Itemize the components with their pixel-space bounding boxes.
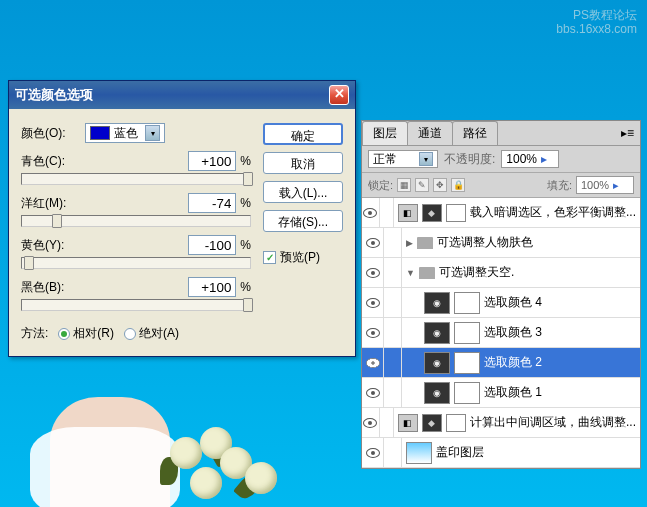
visibility-eye-icon[interactable]	[366, 448, 380, 458]
slider-thumb[interactable]	[52, 214, 62, 228]
tab-channels[interactable]: 通道	[407, 121, 453, 145]
lock-transparency-icon[interactable]: ▦	[397, 178, 411, 192]
link-column[interactable]	[384, 438, 402, 467]
percent-label: %	[240, 154, 251, 168]
link-column[interactable]	[380, 198, 394, 227]
visibility-eye-icon[interactable]	[363, 418, 377, 428]
mask-thumb[interactable]	[454, 292, 480, 314]
layer-row[interactable]: ◉ 选取颜色 1	[362, 378, 640, 408]
cancel-button[interactable]: 取消	[263, 152, 343, 174]
layer-row[interactable]: ◉ 选取颜色 3	[362, 318, 640, 348]
layer-label[interactable]: 盖印图层	[436, 444, 484, 461]
mask-thumb[interactable]: ◆	[422, 414, 442, 432]
slider-thumb[interactable]	[24, 256, 34, 270]
visibility-eye-icon[interactable]	[366, 388, 380, 398]
layer-row[interactable]: ▶ 可选调整人物肤色	[362, 228, 640, 258]
selective-color-thumb[interactable]: ◉	[424, 352, 450, 374]
selective-color-thumb[interactable]: ◉	[424, 382, 450, 404]
color-swatch-icon	[90, 126, 110, 140]
arrow-right-icon[interactable]: ▸	[613, 179, 619, 192]
slider-track[interactable]	[21, 173, 251, 185]
preview-checkbox[interactable]: ✓	[263, 251, 276, 264]
layer-label[interactable]: 选取颜色 4	[484, 294, 542, 311]
panel-menu-icon[interactable]: ▸≡	[615, 126, 640, 140]
blend-mode-dropdown[interactable]: 正常 ▾	[368, 150, 438, 168]
mask-thumb[interactable]	[454, 322, 480, 344]
layer-label[interactable]: 计算出中间调区域，曲线调整...	[470, 414, 636, 431]
chevron-down-icon[interactable]: ▾	[145, 125, 160, 141]
layer-label[interactable]: 可选调整人物肤色	[437, 234, 533, 251]
tab-layers[interactable]: 图层	[362, 121, 408, 145]
link-column[interactable]	[384, 318, 402, 347]
save-button[interactable]: 存储(S)...	[263, 210, 343, 232]
mask-thumb[interactable]	[454, 352, 480, 374]
adjustment-thumb[interactable]: ◧	[398, 414, 418, 432]
slider-track[interactable]	[21, 257, 251, 269]
disclosure-triangle-icon[interactable]: ▶	[406, 238, 413, 248]
arrow-right-icon[interactable]: ▸	[541, 152, 547, 166]
disclosure-triangle-icon[interactable]: ▼	[406, 268, 415, 278]
link-column[interactable]	[384, 228, 402, 257]
slider-track[interactable]	[21, 299, 251, 311]
load-button[interactable]: 载入(L)...	[263, 181, 343, 203]
lock-all-icon[interactable]: 🔒	[451, 178, 465, 192]
layer-label[interactable]: 可选调整天空.	[439, 264, 514, 281]
link-column[interactable]	[384, 258, 402, 287]
visibility-eye-icon[interactable]	[366, 328, 380, 338]
slider-value-input[interactable]	[188, 151, 236, 171]
close-button[interactable]: ✕	[329, 85, 349, 105]
link-column[interactable]	[384, 348, 402, 377]
fill-label: 填充:	[547, 178, 572, 193]
method-relative-radio[interactable]: 相对(R)	[58, 325, 114, 342]
radio-checked-icon	[58, 328, 70, 340]
lock-paint-icon[interactable]: ✎	[415, 178, 429, 192]
mask-thumb[interactable]	[454, 382, 480, 404]
dialog-title: 可选颜色选项	[15, 86, 93, 104]
adjustment-thumb[interactable]: ◧	[398, 204, 418, 222]
slider-track[interactable]	[21, 215, 251, 227]
layer-label[interactable]: 选取颜色 2	[484, 354, 542, 371]
mask-thumb[interactable]	[446, 204, 466, 222]
selective-color-thumb[interactable]: ◉	[424, 292, 450, 314]
fill-input[interactable]: 100% ▸	[576, 176, 634, 194]
visibility-eye-icon[interactable]	[366, 268, 380, 278]
layer-label[interactable]: 选取颜色 3	[484, 324, 542, 341]
layer-row[interactable]: ◉ 选取颜色 4	[362, 288, 640, 318]
slider-value-input[interactable]	[188, 235, 236, 255]
link-column[interactable]	[384, 288, 402, 317]
link-column[interactable]	[380, 408, 394, 437]
selective-color-thumb[interactable]: ◉	[424, 322, 450, 344]
layer-row[interactable]: ◧ ◆ 载入暗调选区，色彩平衡调整...	[362, 198, 640, 228]
percent-label: %	[240, 196, 251, 210]
method-absolute-radio[interactable]: 绝对(A)	[124, 325, 179, 342]
color-label: 颜色(O):	[21, 125, 79, 142]
slider-value-input[interactable]	[188, 193, 236, 213]
mask-thumb[interactable]	[446, 414, 466, 432]
color-dropdown[interactable]: 蓝色 ▾	[85, 123, 165, 143]
preview-label: 预览(P)	[280, 249, 320, 266]
tab-paths[interactable]: 路径	[452, 121, 498, 145]
visibility-eye-icon[interactable]	[366, 358, 380, 368]
layer-row[interactable]: ▼ 可选调整天空.	[362, 258, 640, 288]
layer-row[interactable]: ◉ 选取颜色 2	[362, 348, 640, 378]
chevron-down-icon[interactable]: ▾	[419, 152, 433, 166]
slider-thumb[interactable]	[243, 172, 253, 186]
layer-row[interactable]: 盖印图层	[362, 438, 640, 468]
layer-thumb[interactable]	[406, 442, 432, 464]
lock-position-icon[interactable]: ✥	[433, 178, 447, 192]
opacity-input[interactable]: 100% ▸	[501, 150, 559, 168]
layer-label[interactable]: 载入暗调选区，色彩平衡调整...	[470, 204, 636, 221]
visibility-eye-icon[interactable]	[366, 298, 380, 308]
ok-button[interactable]: 确定	[263, 123, 343, 145]
slider-thumb[interactable]	[243, 298, 253, 312]
layer-row[interactable]: ◧ ◆ 计算出中间调区域，曲线调整...	[362, 408, 640, 438]
layer-label[interactable]: 选取颜色 1	[484, 384, 542, 401]
background-photo	[0, 397, 330, 507]
link-column[interactable]	[384, 378, 402, 407]
visibility-eye-icon[interactable]	[363, 208, 377, 218]
slider-label: 黄色(Y):	[21, 237, 188, 254]
visibility-eye-icon[interactable]	[366, 238, 380, 248]
mask-thumb[interactable]: ◆	[422, 204, 442, 222]
slider-value-input[interactable]	[188, 277, 236, 297]
dialog-titlebar[interactable]: 可选颜色选项 ✕	[9, 81, 355, 109]
